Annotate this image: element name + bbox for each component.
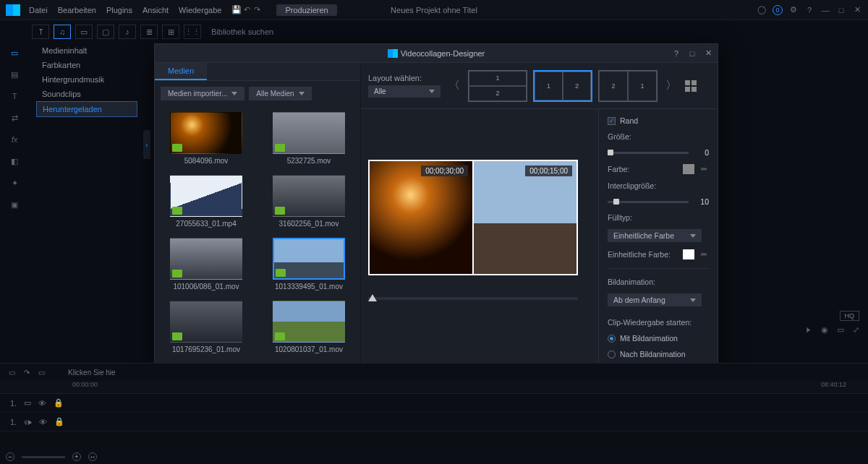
menu-playback[interactable]: Wiedergabe xyxy=(179,6,221,14)
preview-cell-2[interactable]: 00;00;15;00 xyxy=(474,161,576,274)
help-icon[interactable]: ? xyxy=(804,5,814,15)
text-room-icon[interactable]: T xyxy=(7,90,22,103)
border-checkbox[interactable] xyxy=(608,117,616,125)
media-thumb[interactable]: 5084096.mov xyxy=(163,112,249,165)
cat-sound-clips[interactable]: Soundclips xyxy=(36,87,137,101)
track-visibility-icon-2[interactable]: 👁 xyxy=(39,418,47,426)
track-video-icon[interactable]: ▭ xyxy=(24,398,31,408)
timeline-track-video[interactable]: 1. ▭ 👁 🔒 xyxy=(0,394,868,413)
tab-media[interactable]: Medien xyxy=(155,63,207,80)
image-mode-icon[interactable]: ▢ xyxy=(97,25,114,39)
menu-edit[interactable]: Bearbeiten xyxy=(58,6,96,14)
detail-mode-icon[interactable]: ⊞ xyxy=(162,25,179,39)
notifications-icon[interactable]: 0 xyxy=(773,5,783,15)
particle-room-icon[interactable]: ✦ xyxy=(7,176,22,189)
media-room-icon[interactable]: ▭ xyxy=(7,46,22,59)
dialog-maximize-icon[interactable]: □ xyxy=(687,48,697,59)
undo-icon[interactable]: ↶ xyxy=(242,5,252,15)
dialog-close-icon[interactable]: ✕ xyxy=(703,48,713,59)
collapse-handle-icon[interactable]: ‹ xyxy=(143,130,150,159)
zoom-out-icon[interactable]: − xyxy=(6,452,14,461)
quality-badge[interactable]: HQ xyxy=(840,311,860,321)
track-audio-icon[interactable]: 🕪 xyxy=(24,418,32,426)
dialog-help-icon[interactable]: ? xyxy=(671,48,681,59)
eyedropper-icon[interactable]: ✎ xyxy=(697,162,711,176)
media-thumb[interactable]: 1013339495_01.mov xyxy=(266,238,352,291)
media-thumb[interactable]: 31602256_01.mov xyxy=(266,175,352,228)
interclip-slider[interactable] xyxy=(608,201,689,203)
menu-file[interactable]: Datei xyxy=(29,6,48,14)
viewer-crop-icon[interactable]: ▭ xyxy=(837,325,844,335)
zoom-in-icon[interactable]: + xyxy=(72,452,81,461)
size-slider-thumb-icon[interactable] xyxy=(608,150,613,155)
media-filter-button[interactable]: Alle Medien xyxy=(249,87,311,100)
fill-eyedropper-icon[interactable]: ✎ xyxy=(697,247,711,262)
layout-prev-icon[interactable]: 〈 xyxy=(448,72,461,100)
track-lock-icon-2[interactable]: 🔒 xyxy=(54,417,64,426)
zoom-fit-icon[interactable]: ↔ xyxy=(88,452,97,461)
interclip-slider-thumb-icon[interactable] xyxy=(613,199,619,205)
preview-scrubber[interactable] xyxy=(368,297,578,300)
radio-with-animation[interactable] xyxy=(608,335,616,343)
import-media-button[interactable]: Medien importier... xyxy=(161,87,244,100)
zoom-slider[interactable] xyxy=(22,456,65,458)
viewer-mute-icon[interactable]: 🕨 xyxy=(804,325,812,335)
audio-room-icon[interactable]: ▣ xyxy=(7,198,22,211)
video-mode-icon[interactable]: ▭ xyxy=(75,25,93,39)
layout-option[interactable]: 12 xyxy=(468,70,527,102)
settings-icon[interactable]: ⚙ xyxy=(788,5,799,15)
viewer-snapshot-icon[interactable]: ◉ xyxy=(821,325,828,335)
viewer-popout-icon[interactable]: ⤢ xyxy=(853,325,859,335)
timeline-ruler[interactable]: 00:00:00 08:40:12 xyxy=(0,381,868,394)
media-thumb[interactable]: 5232725.mov xyxy=(266,112,352,165)
border-color-swatch[interactable] xyxy=(683,164,694,174)
layout-label: Layout wählen: xyxy=(368,74,441,82)
media-mode-icon[interactable]: ♫ xyxy=(54,25,71,39)
library-search[interactable]: Bibliothek suchen xyxy=(211,27,273,36)
audio-mode-icon[interactable]: ♪ xyxy=(119,25,136,39)
radio-after-animation[interactable] xyxy=(608,351,616,358)
menu-plugins[interactable]: Plugins xyxy=(106,6,132,14)
fx-room-icon[interactable]: fx xyxy=(7,133,22,146)
produce-button[interactable]: Produzieren xyxy=(276,4,336,16)
layout-category-select[interactable]: Alle xyxy=(368,85,441,98)
scrubber-thumb-icon[interactable] xyxy=(368,294,377,301)
track-lock-icon[interactable]: 🔒 xyxy=(54,398,64,408)
import-icon[interactable]: ⤒ xyxy=(32,25,49,39)
menu-view[interactable]: Ansicht xyxy=(142,6,169,14)
filltype-select[interactable]: Einheitliche Farbe xyxy=(608,229,702,242)
overlay-room-icon[interactable]: ◧ xyxy=(7,155,22,168)
cat-downloaded[interactable]: Heruntergeladen xyxy=(36,101,137,117)
grid-mode-icon[interactable]: ⋮⋮ xyxy=(184,25,201,39)
size-slider[interactable] xyxy=(608,152,689,154)
redo-icon[interactable]: ↷ xyxy=(252,5,262,15)
cat-bg-music[interactable]: Hintergrundmusik xyxy=(36,72,137,87)
track-visibility-icon[interactable]: 👁 xyxy=(38,399,46,408)
media-thumb[interactable]: 1020801037_01.mov xyxy=(266,301,352,353)
media-thumb[interactable]: 27055633_01.mp4 xyxy=(163,175,249,228)
title-room-icon[interactable]: ▤ xyxy=(7,68,22,81)
cat-color-boards[interactable]: Farbkarten xyxy=(36,58,137,72)
list-mode-icon[interactable]: ≣ xyxy=(140,25,158,39)
timeline-track-audio[interactable]: 1. 🕪 👁 🔒 xyxy=(0,413,868,431)
transition-room-icon[interactable]: ⇄ xyxy=(7,111,22,124)
tl-mode-icon[interactable]: ▭ xyxy=(38,369,45,377)
tl-fit-icon[interactable]: ▭ xyxy=(9,369,15,377)
preview-cell-1[interactable]: 00;00;30;00 xyxy=(370,161,474,274)
layout-all-icon[interactable] xyxy=(685,80,697,92)
layout-option[interactable]: 12 xyxy=(533,70,592,102)
media-thumb[interactable]: 1017695236_01.mov xyxy=(163,301,249,353)
animation-select[interactable]: Ab dem Anfang xyxy=(608,293,702,306)
media-thumb[interactable]: 101006/086_01.mov xyxy=(163,238,249,291)
maximize-icon[interactable]: □ xyxy=(836,5,846,15)
close-icon[interactable]: ✕ xyxy=(852,5,862,15)
save-icon[interactable]: 💾 xyxy=(231,5,242,15)
layout-option[interactable]: 21 xyxy=(598,70,658,102)
layout-next-icon[interactable]: 〉 xyxy=(665,72,678,100)
minimize-icon[interactable]: — xyxy=(820,5,830,15)
account-icon[interactable]: ◯ xyxy=(757,5,767,15)
clip-badge-icon xyxy=(275,207,285,215)
cat-media-content[interactable]: Medieninhalt xyxy=(36,43,137,58)
fill-color-swatch[interactable] xyxy=(683,249,694,259)
collage-preview[interactable]: 00;00;30;00 00;00;15;00 xyxy=(368,160,578,275)
